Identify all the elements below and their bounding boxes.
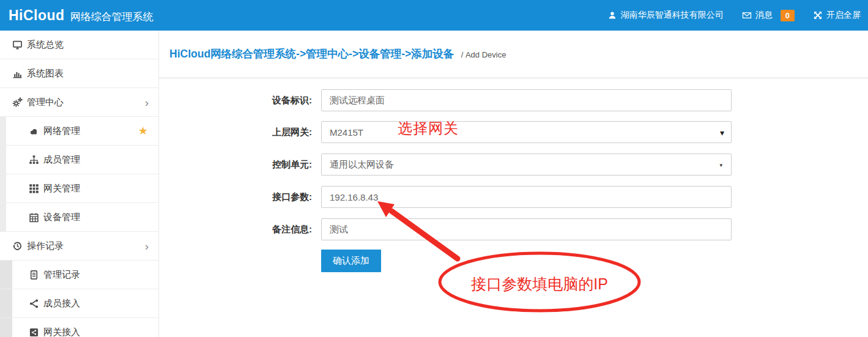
sidebar-item-management-records[interactable]: 管理记录	[0, 261, 158, 289]
control-unit-select[interactable]: 通用以太网设备 ▾	[321, 154, 732, 176]
sitemap-icon	[29, 155, 39, 165]
breadcrumb: HiCloud网络综合管理系统->管理中心->设备管理->添加设备 / Add …	[159, 31, 868, 78]
upper-gateway-label: 上层网关:	[257, 121, 312, 143]
favorite-star-icon: ★	[138, 124, 148, 138]
sidebar-item-label: 系统图表	[27, 68, 64, 80]
sidebar-item-system-overview[interactable]: 系统总览	[0, 31, 158, 59]
sidebar-item-label: 成员接入	[43, 298, 80, 309]
device-id-label: 设备标识:	[257, 89, 312, 111]
messages-menu[interactable]: 消息 0	[742, 10, 795, 21]
share-square-icon	[29, 327, 39, 337]
messages-label: 消息	[755, 10, 773, 21]
sidebar-item-gateway-access[interactable]: 网关接入	[0, 318, 158, 337]
sidebar-item-label: 系统总览	[27, 39, 64, 51]
top-header: HiCloud 网络综合管理系统 湖南华辰智通科技有限公司 消息 0	[0, 0, 868, 31]
sidebar-item-operation-records[interactable]: 操作记录 ›	[0, 232, 158, 261]
sidebar-item-label: 管理中心	[27, 97, 64, 108]
remark-value: 测试	[330, 224, 348, 235]
brand-name: HiCloud	[9, 7, 65, 24]
control-unit-value: 通用以太网设备	[330, 159, 394, 171]
fullscreen-label: 开启全屏	[826, 10, 861, 21]
messages-count-badge: 0	[781, 10, 795, 21]
interface-params-input[interactable]: 192.16.8.43	[321, 186, 732, 208]
sidebar-item-label: 操作记录	[27, 240, 64, 252]
confirm-add-button[interactable]: 确认添加	[321, 250, 381, 272]
interface-params-label: 接口参数:	[257, 186, 312, 208]
upper-gateway-value: M2415T	[330, 127, 363, 138]
device-id-value: 测试远程桌面	[330, 95, 385, 106]
sidebar-item-label: 成员管理	[43, 154, 80, 166]
chevron-right-icon: ›	[145, 97, 149, 108]
envelope-icon	[742, 10, 752, 20]
annotation-select-gateway: 选择网关	[398, 119, 459, 138]
annotation-ellipse-text: 接口参数填电脑的IP	[454, 274, 625, 294]
monitor-icon	[12, 40, 23, 50]
remark-label: 备注信息:	[257, 218, 312, 240]
sidebar-item-label: 设备管理	[43, 212, 80, 223]
upper-gateway-select[interactable]: M2415T ▾	[321, 121, 732, 143]
gears-icon	[12, 97, 23, 108]
sidebar-item-gateway-management[interactable]: 网关管理	[0, 174, 158, 203]
cloud-icon	[29, 126, 39, 136]
sidebar-item-network-management[interactable]: 网络管理 ★	[0, 117, 158, 146]
calendar-icon	[29, 212, 39, 223]
sidebar-item-member-access[interactable]: 成员接入	[0, 289, 158, 318]
remark-input[interactable]: 测试	[321, 218, 732, 240]
chevron-down-icon: ▾	[719, 162, 722, 168]
user-icon	[607, 10, 617, 20]
page-subtitle: / Add Device	[461, 50, 506, 59]
share-icon	[29, 298, 39, 309]
control-unit-label: 控制单元:	[257, 154, 312, 176]
grid-icon	[29, 183, 39, 194]
sidebar-item-management-center[interactable]: 管理中心 ›	[0, 88, 158, 117]
app-logo: HiCloud 网络综合管理系统	[0, 7, 154, 24]
bar-chart-icon	[12, 69, 23, 79]
chevron-right-icon: ›	[145, 240, 149, 252]
page-title: HiCloud网络综合管理系统->管理中心->设备管理->添加设备	[169, 48, 454, 60]
chevron-down-icon: ▾	[720, 128, 724, 138]
sidebar-item-label: 网络管理	[43, 125, 80, 137]
sidebar-item-label: 管理记录	[43, 269, 80, 281]
sidebar-item-device-management[interactable]: 设备管理	[0, 203, 158, 232]
document-icon	[29, 270, 39, 280]
sidebar-item-member-management[interactable]: 成员管理	[0, 146, 158, 174]
sidebar-item-system-charts[interactable]: 系统图表	[0, 59, 158, 88]
device-id-input[interactable]: 测试远程桌面	[321, 89, 732, 111]
brand-subtitle: 网络综合管理系统	[70, 10, 154, 24]
company-name: 湖南华辰智通科技有限公司	[621, 10, 724, 21]
history-icon	[12, 241, 23, 251]
fullscreen-toggle[interactable]: 开启全屏	[813, 10, 861, 21]
sidebar-nav: 系统总览 系统图表 管理中心 › 网络管理 ★	[0, 31, 159, 337]
interface-params-value: 192.16.8.43	[330, 192, 378, 202]
expand-icon	[813, 10, 823, 20]
account-menu[interactable]: 湖南华辰智通科技有限公司	[607, 10, 724, 21]
sidebar-item-label: 网关管理	[43, 183, 80, 194]
sidebar-item-label: 网关接入	[43, 327, 80, 337]
